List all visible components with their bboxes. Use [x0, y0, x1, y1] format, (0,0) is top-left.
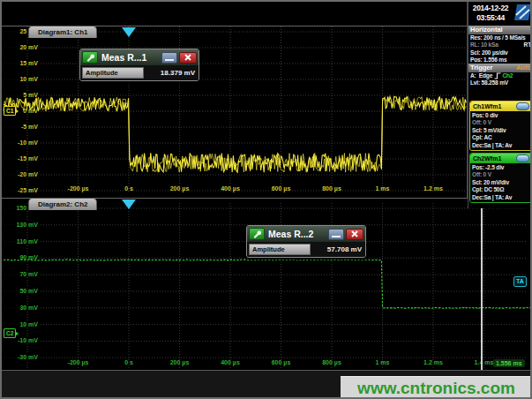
ch1-scale: Scl: 5 mV/div [470, 127, 532, 134]
meas-dialog-2-result-row: Amplitude 57.708 mV [247, 242, 365, 257]
watermark-text: www.cntronics.com [341, 376, 532, 399]
tab-diagram2[interactable]: Diagram2: Ch2 [28, 198, 97, 210]
rohde-schwarz-logo [514, 4, 531, 20]
record-position-cursor[interactable] [481, 203, 483, 370]
meas-dialog-2-titlebar[interactable]: Meas R...2 [247, 226, 365, 242]
tab-diagram1[interactable]: Diagram1: Ch1 [28, 26, 97, 38]
meas-dialog-1-title: Meas R...1 [100, 52, 160, 63]
ch2-offset: Off: 0 V [470, 171, 532, 178]
horizontal-panel[interactable]: Horizontal Res: 200 ns / 5 MSa/s RL: 10 … [468, 26, 532, 64]
trigger-title: Trigger [470, 64, 492, 72]
ch2wfm1-trace [4, 260, 531, 308]
meas-dialog-1-result-row: Amplitude 18.379 mV [80, 65, 199, 80]
ch2-scale: Scl: 20 mV/div [470, 179, 532, 186]
ch1-panel-title: Ch1Wfm1 [473, 102, 501, 111]
ch1-position: Pos: 0 div [470, 112, 532, 119]
ch2-coupling: Cpl: DC 50Ω [470, 186, 532, 193]
rising-edge-icon [494, 72, 501, 79]
signal-indicator-icon [516, 154, 529, 162]
ch2-decimation: Dec:Sa | TA: Av [470, 194, 532, 201]
trigger-panel-header: Trigger Auto [468, 64, 532, 72]
ch1-decimation: Dec:Sa | TA: Av [470, 142, 532, 149]
oscilloscope-screen: 25 mV20 mV15 mV10 mV5 mV0 mV-5 mV-10 mV-… [0, 0, 532, 399]
horizontal-panel-header: Horizontal [468, 26, 532, 34]
meas-settings-button-1[interactable] [82, 51, 98, 64]
ch2-panel-header[interactable]: Ch2Wfm1 [470, 154, 532, 163]
meas-result-dialog-2[interactable]: Meas R...2 Amplitude 57.708 mV [246, 225, 366, 258]
trigger-panel[interactable]: Trigger Auto A: Edge Ch2 Lvl: 58.258 mV [468, 64, 532, 87]
wrench-icon [252, 230, 261, 238]
minimize-button-1[interactable] [161, 52, 177, 64]
ch2-panel-title: Ch2Wfm1 [473, 154, 501, 163]
trigger-position-marker-diagram2[interactable] [122, 200, 136, 209]
horizontal-resolution: Res: 200 ns / 5 MSa/s [468, 34, 532, 41]
signal-indicator-icon [516, 102, 529, 110]
date-label: 2014-12-22 [468, 4, 513, 13]
meas-settings-button-2[interactable] [249, 228, 265, 240]
wrench-icon [86, 53, 94, 62]
sidebar: 2014-12-22 03:55:44 Horizontal Res: 200 … [468, 2, 532, 208]
meas-dialog-1-titlebar[interactable]: Meas R...1 [80, 49, 199, 65]
realtime-flag: RT [524, 41, 531, 49]
meas-1-parameter[interactable]: Amplitude [82, 67, 144, 79]
meas-1-value: 18.379 mV [144, 69, 197, 77]
close-icon [184, 54, 191, 61]
trigger-source: Ch2 [502, 72, 513, 79]
meas-2-parameter[interactable]: Amplitude [249, 244, 311, 255]
trigger-level: Lvl: 58.258 mV [468, 79, 532, 87]
trigger-mode: Auto [516, 64, 531, 72]
minimize-button-2[interactable] [328, 229, 344, 240]
channel-marker-c1[interactable]: C1 [4, 106, 16, 116]
ch2-position: Pos: -2.5 div [470, 164, 532, 171]
datetime: 2014-12-22 03:55:44 [468, 4, 513, 23]
horizontal-title: Horizontal [470, 26, 503, 34]
horizontal-position-label: 1.556 ms [493, 359, 525, 367]
ch1-coupling: Cpl: AC [470, 134, 532, 141]
trigger-position-marker-diagram1[interactable] [122, 27, 136, 37]
close-button-1[interactable] [179, 52, 197, 64]
trigger-type-row: A: Edge Ch2 [468, 72, 532, 79]
meas-2-value: 57.708 mV [311, 245, 363, 253]
trace-arithmetic-badge: TA [513, 276, 527, 287]
time-label: 03:55:44 [468, 13, 513, 23]
close-icon [351, 230, 358, 237]
meas-result-dialog-1[interactable]: Meas R...1 Amplitude 18.379 mV [79, 49, 199, 81]
close-button-2[interactable] [346, 229, 363, 240]
ch2-waveform-panel[interactable]: Ch2Wfm1 Pos: -2.5 div Off: 0 V Scl: 20 m… [469, 153, 532, 203]
ch1-panel-header[interactable]: Ch1Wfm1 [470, 102, 532, 111]
horizontal-record-length: RL: 10 kSa RT [468, 41, 532, 49]
ch1-waveform-panel[interactable]: Ch1Wfm1 Pos: 0 div Off: 0 V Scl: 5 mV/di… [469, 101, 532, 151]
horizontal-scale: Scl: 200 µs/div [468, 49, 532, 56]
ch1-offset: Off: 0 V [470, 119, 532, 126]
meas-dialog-2-title: Meas R...2 [266, 229, 326, 239]
ch1wfm1-trace [4, 97, 466, 173]
channel-marker-c2[interactable]: C2 [4, 328, 16, 338]
